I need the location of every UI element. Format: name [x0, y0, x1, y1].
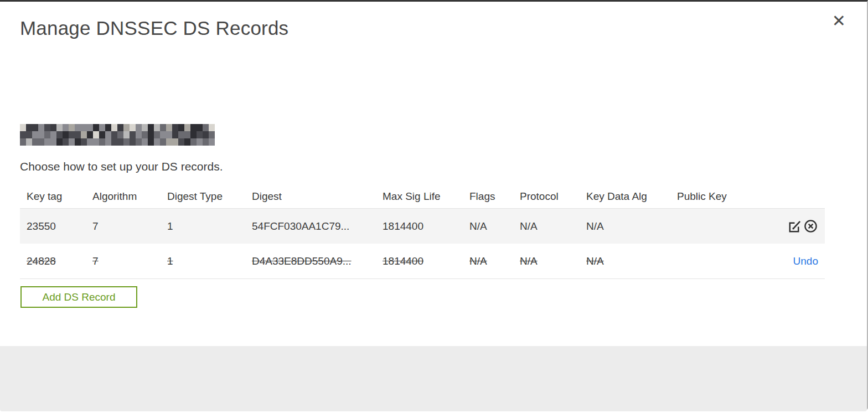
cell-protocol: N/A [520, 220, 586, 233]
redaction-pixel [178, 131, 184, 138]
redaction-pixel [160, 138, 166, 146]
redaction-pixel [81, 138, 87, 146]
redaction-pixel [50, 138, 56, 146]
redaction-pixel [166, 138, 172, 146]
column-header-key-tag: Key tag [20, 190, 92, 203]
redaction-pixel [123, 131, 130, 138]
redaction-pixel [93, 124, 99, 131]
redaction-pixel [44, 124, 50, 131]
cell-digest: 54FCF030AA1C79... [252, 220, 383, 233]
cell-actions [756, 219, 825, 234]
column-header-digest-type: Digest Type [167, 190, 252, 203]
redaction-pixel [209, 131, 215, 138]
redaction-pixel [63, 138, 69, 146]
redaction-pixel [154, 124, 160, 131]
redaction-pixel [130, 131, 136, 138]
redaction-pixel [197, 124, 203, 131]
redaction-pixel [117, 131, 123, 138]
redaction-pixel [148, 124, 154, 131]
remove-icon[interactable] [803, 219, 818, 234]
redaction-pixel [160, 131, 166, 138]
redaction-pixel [197, 138, 203, 146]
cell-flags: N/A [469, 255, 520, 267]
redaction-pixel [38, 131, 44, 138]
redaction-pixel [56, 138, 63, 146]
redaction-pixel [123, 124, 130, 131]
column-header-protocol: Protocol [520, 190, 586, 203]
cell-algorithm: 7 [92, 255, 167, 267]
redaction-pixel [99, 131, 105, 138]
redaction-pixel [166, 131, 172, 138]
redaction-pixel [75, 138, 81, 146]
cell-actions: Undo [756, 255, 825, 267]
redaction-pixel [136, 124, 142, 131]
column-header-public-key: Public Key [677, 190, 756, 203]
redaction-pixel [142, 124, 148, 131]
redaction-pixel [56, 124, 63, 131]
add-ds-record-button[interactable]: Add DS Record [20, 286, 137, 308]
table-row-deleted: 24828 7 1 D4A33E8DD550A9... 1814400 N/A … [20, 244, 825, 279]
redaction-pixel [105, 124, 111, 131]
redaction-pixel [69, 124, 75, 131]
redaction-pixel [190, 138, 197, 146]
redaction-pixel [32, 138, 38, 146]
redaction-pixel [154, 138, 160, 146]
column-header-max-sig-life: Max Sig Life [383, 190, 469, 203]
column-header-flags: Flags [469, 190, 520, 203]
redaction-pixel [209, 138, 215, 146]
edit-icon[interactable] [787, 219, 802, 234]
column-header-digest: Digest [252, 190, 383, 203]
redaction-pixel [154, 131, 160, 138]
redaction-pixel [105, 138, 111, 146]
table-row: 23550 7 1 54FCF030AA1C79... 1814400 N/A … [20, 209, 825, 244]
redaction-pixel [178, 124, 184, 131]
redaction-pixel [81, 131, 87, 138]
cell-digest: D4A33E8DD550A9... [252, 255, 383, 267]
redaction-pixel [117, 124, 123, 131]
redaction-pixel [178, 138, 184, 146]
redaction-pixel [81, 124, 87, 131]
redaction-pixel [203, 138, 209, 146]
redaction-pixel [93, 131, 99, 138]
redaction-pixel [99, 124, 105, 131]
cell-digest-type: 1 [167, 255, 252, 267]
cell-algorithm: 7 [92, 220, 167, 233]
redaction-pixel [184, 138, 190, 146]
redaction-pixel [130, 124, 136, 131]
redaction-pixel [136, 138, 142, 146]
undo-link[interactable]: Undo [793, 255, 818, 267]
redaction-pixel [93, 138, 99, 146]
redaction-pixel [26, 138, 32, 146]
redaction-pixel [20, 138, 26, 146]
redaction-pixel [20, 131, 26, 138]
redaction-pixel [142, 131, 148, 138]
redaction-pixel [209, 124, 215, 131]
cell-flags: N/A [469, 220, 520, 233]
redaction-pixel [20, 124, 26, 131]
redaction-pixel [99, 138, 105, 146]
redaction-pixel [32, 131, 38, 138]
close-icon[interactable]: ✕ [832, 13, 846, 29]
dnssec-modal: Manage DNSSEC DS Records ✕ Choose how to… [0, 0, 868, 410]
redaction-pixel [111, 138, 117, 146]
page-title: Manage DNSSEC DS Records [20, 17, 288, 39]
redaction-pixel [117, 138, 123, 146]
redacted-domain-name [20, 124, 215, 146]
cell-max-sig-life: 1814400 [383, 255, 469, 267]
redaction-pixel [190, 131, 197, 138]
redaction-pixel [69, 131, 75, 138]
redaction-pixel [130, 138, 136, 146]
redaction-pixel [184, 131, 190, 138]
redaction-pixel [44, 131, 50, 138]
cell-protocol: N/A [520, 255, 586, 267]
column-header-key-data-alg: Key Data Alg [586, 190, 677, 203]
subtitle-text: Choose how to set up your DS records. [20, 160, 223, 173]
cell-key-tag: 23550 [20, 220, 92, 233]
ds-records-table: Key tag Algorithm Digest Type Digest Max… [20, 184, 825, 279]
redaction-pixel [26, 124, 32, 131]
redaction-pixel [190, 124, 197, 131]
redaction-pixel [44, 138, 50, 146]
redaction-pixel [75, 131, 81, 138]
redaction-pixel [75, 124, 81, 131]
redaction-pixel [63, 124, 69, 131]
